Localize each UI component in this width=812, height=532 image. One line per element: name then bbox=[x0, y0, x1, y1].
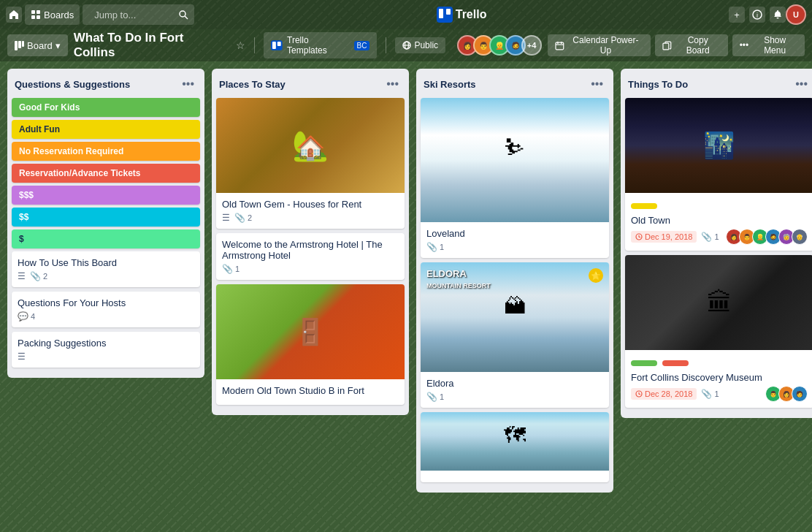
card-badges-museum: Dec 28, 2018 📎 1 👨 👩 🧑 bbox=[631, 386, 808, 402]
svg-text:i: i bbox=[757, 12, 758, 19]
card-cover-oldtown bbox=[216, 98, 405, 193]
add-icon[interactable]: + bbox=[729, 7, 745, 23]
svg-rect-16 bbox=[277, 42, 281, 46]
label-card-lime[interactable]: $ bbox=[12, 229, 200, 248]
jump-input[interactable] bbox=[88, 4, 176, 25]
eldora-logo: ELDORAMOUNTAIN RESORT bbox=[426, 268, 491, 290]
svg-rect-8 bbox=[446, 9, 451, 15]
card-eldora[interactable]: ⭐ ELDORAMOUNTAIN RESORT Eldora 📎 1 bbox=[421, 262, 609, 408]
label-red-museum bbox=[662, 360, 689, 366]
label-card-orange[interactable]: No Reservation Required bbox=[12, 142, 200, 161]
home-icon[interactable] bbox=[6, 7, 22, 23]
card-armstrong[interactable]: Welcome to the Armstrong Hotel | The Arm… bbox=[216, 233, 405, 280]
eldora-image: ⭐ ELDORAMOUNTAIN RESORT bbox=[421, 262, 609, 372]
card-oldtown-gem[interactable]: Old Town Gem - Houses for Rent ☰ 📎 2 bbox=[216, 98, 405, 229]
svg-rect-13 bbox=[22, 41, 24, 47]
list-menu-btn-1[interactable]: ••• bbox=[179, 76, 197, 92]
templates-badge: BC bbox=[354, 41, 370, 50]
card-studio-b[interactable]: Modern Old Town Studio B in Fort bbox=[216, 284, 405, 405]
jump-to-button[interactable] bbox=[83, 4, 194, 25]
boards-button[interactable]: Boards bbox=[25, 4, 80, 25]
board-view-button[interactable]: Board ▾ bbox=[7, 34, 68, 56]
card-cover-skimap3 bbox=[421, 412, 609, 471]
card-badges-questions: 💬 4 bbox=[18, 311, 194, 322]
card-loveland[interactable]: Loveland 📎 1 bbox=[421, 98, 609, 258]
member-avatar-count[interactable]: +4 bbox=[521, 35, 542, 56]
attachment-count-loveland: 1 bbox=[440, 243, 444, 251]
attachment-icon-armstrong: 📎 bbox=[222, 264, 233, 274]
card-questions-hosts[interactable]: Questions For Your Hosts 💬 4 bbox=[12, 292, 200, 327]
checklist-badge-packing: ☰ bbox=[18, 352, 26, 362]
copy-board-button[interactable]: Copy Board bbox=[655, 34, 728, 56]
svg-rect-7 bbox=[439, 9, 443, 18]
card-packing[interactable]: Packing Suggestions ☰ bbox=[12, 332, 200, 368]
list-places-to-stay: Places To Stay ••• Old Town Gem - Houses… bbox=[212, 69, 409, 415]
trello-templates-btn[interactable]: Trello Templates BC bbox=[264, 32, 377, 58]
card-title-how-to-use: How To Use This Board bbox=[18, 257, 194, 268]
attachment-count-old-town: 1 bbox=[714, 232, 719, 241]
calendar-power-up-button[interactable]: Calendar Power-Up bbox=[548, 34, 651, 56]
card-cover-studio-b bbox=[216, 284, 405, 379]
show-menu-button[interactable]: ••• Show Menu bbox=[732, 34, 805, 56]
notifications-icon[interactable] bbox=[770, 7, 786, 23]
card-cover-eldora: ⭐ ELDORAMOUNTAIN RESORT bbox=[421, 262, 609, 372]
comment-badge: 💬 4 bbox=[18, 311, 35, 322]
list-menu-btn-3[interactable]: ••• bbox=[588, 76, 606, 92]
card-title-eldora: Eldora bbox=[426, 378, 603, 389]
label-card-yellow[interactable]: Adult Fun bbox=[12, 120, 200, 139]
oldtown-night-image bbox=[625, 98, 812, 193]
show-menu-label: Show Menu bbox=[752, 35, 797, 56]
privacy-button[interactable]: Public bbox=[395, 37, 445, 53]
attachment-badge: 📎 2 bbox=[30, 271, 47, 281]
card-how-to-use[interactable]: How To Use This Board ☰ 📎 2 bbox=[12, 251, 200, 287]
checklist-icon-packing: ☰ bbox=[18, 352, 26, 362]
label-card-red[interactable]: Reservation/Advance Tickets bbox=[12, 164, 200, 183]
boards-label: Boards bbox=[44, 10, 74, 20]
list-header-4: Things To Do ••• bbox=[625, 75, 812, 98]
card-title-loveland: Loveland bbox=[426, 228, 603, 239]
board-header-right: Calendar Power-Up Copy Board ••• Show Me… bbox=[548, 34, 805, 56]
star-icon[interactable]: ☆ bbox=[236, 39, 245, 51]
card-badges-old-town: Dec 19, 2018 📎 1 👩 👨 👱 🧔 🧓 👴 bbox=[631, 229, 808, 245]
label-card-purple[interactable]: $$$ bbox=[12, 186, 200, 205]
oldtown-image bbox=[216, 98, 405, 193]
board-btn-label: Board bbox=[27, 40, 53, 51]
attachment-icon-museum: 📎 bbox=[701, 389, 712, 399]
card-skimap3[interactable] bbox=[421, 412, 609, 482]
attachment-badge-museum: 📎 1 bbox=[701, 389, 719, 399]
card-discovery-museum[interactable]: Fort Collins Discovery Museum Dec 28, 20… bbox=[625, 255, 812, 408]
label-card-teal[interactable]: $$ bbox=[12, 208, 200, 227]
list-menu-btn-4[interactable]: ••• bbox=[792, 76, 811, 92]
attachment-icon-oldtown: 📎 bbox=[234, 213, 245, 223]
label-green-museum bbox=[631, 360, 657, 366]
svg-line-5 bbox=[185, 16, 188, 19]
old-town-avatars: 👩 👨 👱 🧔 🧓 👴 bbox=[726, 229, 808, 245]
card-title-oldtown: Old Town Gem - Houses for Rent bbox=[222, 199, 399, 210]
svg-rect-15 bbox=[272, 42, 276, 49]
list-title-1: Questions & Suggestions bbox=[15, 79, 130, 90]
card-old-town[interactable]: Old Town Dec 19, 2018 📎 1 👩 👨 👱 🧔 🧓 👴 bbox=[625, 98, 812, 251]
card-title-armstrong: Welcome to the Armstrong Hotel | The Arm… bbox=[222, 239, 399, 261]
label-card-green[interactable]: Good For Kids bbox=[12, 98, 200, 117]
card-labels-museum bbox=[631, 356, 808, 369]
user-avatar[interactable]: U bbox=[786, 4, 806, 25]
attachment-badge-armstrong: 📎 1 bbox=[222, 264, 240, 274]
card-title-old-town: Old Town bbox=[631, 215, 808, 226]
info-icon[interactable]: i bbox=[749, 7, 765, 23]
svg-rect-3 bbox=[37, 15, 40, 19]
divider-1 bbox=[254, 37, 255, 53]
top-nav: Boards Trello + i U bbox=[0, 0, 812, 29]
svg-rect-2 bbox=[31, 15, 35, 19]
list-things-to-do: Things To Do ••• Old Town Dec 19, 2018 📎… bbox=[621, 69, 812, 418]
card-title-museum: Fort Collins Discovery Museum bbox=[631, 372, 808, 383]
trello-logo-text: Trello bbox=[456, 8, 487, 21]
museum-avatar-3: 🧑 bbox=[792, 386, 808, 402]
attachment-badge-eldora: 📎 1 bbox=[426, 392, 444, 402]
board-title: What To Do In Fort Collins bbox=[74, 31, 226, 60]
list-title-4: Things To Do bbox=[628, 79, 688, 90]
trello-logo: Trello bbox=[437, 7, 487, 23]
nav-right: + i U bbox=[729, 4, 806, 25]
card-title-packing: Packing Suggestions bbox=[18, 338, 194, 349]
list-menu-btn-2[interactable]: ••• bbox=[383, 76, 402, 92]
attachment-count-eldora: 1 bbox=[440, 392, 444, 401]
